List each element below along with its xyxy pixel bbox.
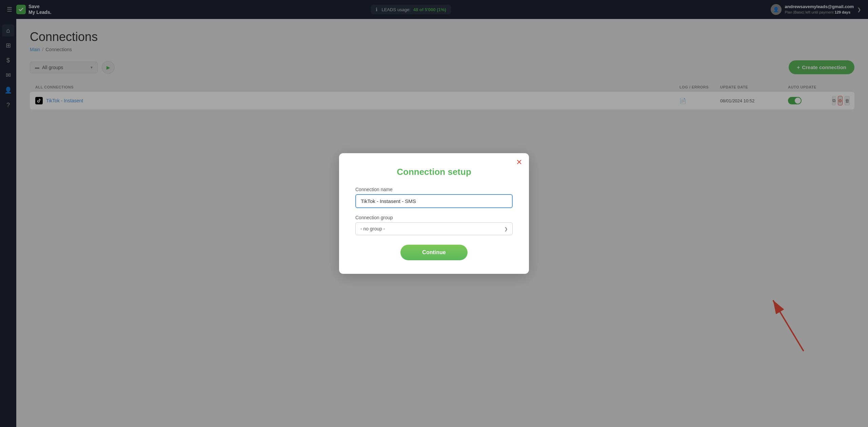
modal-overlay: ✕ Connection setup Connection name Conne…	[0, 0, 868, 427]
modal-close-button[interactable]: ✕	[516, 159, 522, 166]
connection-setup-modal: ✕ Connection setup Connection name Conne…	[339, 153, 529, 274]
connection-name-field-group: Connection name	[355, 187, 513, 208]
connection-name-input[interactable]	[355, 194, 513, 208]
connection-group-select[interactable]: - no group -	[355, 222, 513, 235]
connection-name-label: Connection name	[355, 187, 513, 192]
modal-title: Connection setup	[355, 167, 513, 177]
modal-actions: Continue	[355, 245, 513, 260]
connection-group-label: Connection group	[355, 215, 513, 220]
connection-group-field-group: Connection group - no group - ❯	[355, 215, 513, 235]
select-wrapper: - no group - ❯	[355, 222, 513, 235]
continue-button[interactable]: Continue	[400, 245, 467, 260]
